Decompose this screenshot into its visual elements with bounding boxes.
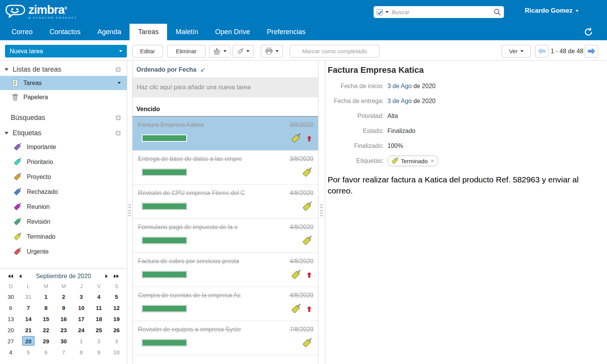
user-menu[interactable]: Ricardo Gomez	[525, 7, 579, 15]
calendar-day[interactable]: 14	[20, 313, 37, 325]
calendar-day[interactable]: 7	[55, 347, 72, 358]
tags-section-header[interactable]: Etiquetas	[0, 126, 127, 139]
calendar-day[interactable]: 10	[72, 302, 90, 313]
tab-tareas[interactable]: Tareas	[130, 24, 167, 40]
calendar-day-selected[interactable]: 28	[20, 336, 37, 347]
chevron-down-icon[interactable]	[118, 82, 121, 84]
task-row[interactable]: Formulario pago de impuesto de la e4/8/2…	[133, 219, 318, 253]
print-button[interactable]	[261, 45, 283, 57]
calendar-day[interactable]: 10	[108, 347, 125, 358]
calendar-day[interactable]: 15	[37, 313, 55, 325]
calendar-day[interactable]: 21	[20, 325, 37, 336]
calendar-day[interactable]: 25	[90, 325, 108, 336]
calendar-day[interactable]: 16	[55, 313, 72, 325]
calendar-day[interactable]: 9	[90, 347, 108, 358]
gear-icon[interactable]	[115, 130, 121, 136]
calendar-day[interactable]: 6	[2, 302, 20, 313]
mark-completed-button[interactable]: Marcar como completado	[290, 45, 379, 57]
move-button[interactable]	[209, 45, 230, 57]
task-row[interactable]: Revisión de CPU empresa Flores del C4/8/…	[133, 185, 318, 219]
view-button[interactable]: Ver	[502, 45, 531, 57]
sort-header[interactable]: Ordenado por Fecha	[133, 61, 318, 77]
tab-preferencias[interactable]: Preferencias	[258, 24, 314, 40]
task-row-selected[interactable]: Factura Empresa Katica3/8/2020	[133, 116, 318, 151]
search-input[interactable]	[392, 9, 494, 15]
calendar-day[interactable]: 1	[37, 291, 55, 302]
calendar-day[interactable]: 24	[72, 325, 90, 336]
add-task-inline-field[interactable]: Haz clic aquí para añadir una nueva tare…	[133, 77, 318, 97]
calendar-day[interactable]: 6	[37, 347, 55, 358]
new-task-button[interactable]: Nueva tarea	[5, 45, 127, 57]
search-bar[interactable]	[374, 6, 504, 18]
calendar-day[interactable]: 30	[55, 336, 72, 347]
calendar-day[interactable]: 5	[108, 291, 125, 302]
calendar-day[interactable]: 27	[2, 336, 20, 347]
sidebar-item-tag-proyecto[interactable]: Proyecto	[0, 169, 127, 184]
edit-button[interactable]: Editar	[132, 45, 163, 57]
tag-button[interactable]	[233, 45, 254, 57]
calendar-day[interactable]: 18	[90, 313, 108, 325]
calendar-day[interactable]: 22	[37, 325, 55, 336]
sidebar-item-tag-urgente[interactable]: Urgente	[0, 244, 127, 259]
calendar-next-month-icon[interactable]	[104, 273, 109, 280]
calendar-day[interactable]: 3	[72, 291, 90, 302]
calendar-day[interactable]: 26	[108, 325, 125, 336]
task-row[interactable]: Entrega de base de datos a las empre3/8/…	[133, 151, 318, 185]
calendar-day[interactable]: 4	[2, 347, 20, 358]
calendar-prev-month-icon[interactable]	[18, 273, 23, 280]
calendar-prev-year-icon[interactable]	[7, 273, 14, 280]
refresh-icon[interactable]	[583, 27, 594, 38]
sidebar-item-tag-rechazado[interactable]: Rechazado	[0, 184, 127, 199]
tab-maleti-n[interactable]: Maletín	[167, 24, 207, 40]
task-row[interactable]: Revisión de equipos a empresa Syste7/8/2…	[133, 321, 318, 355]
tab-agenda[interactable]: Agenda	[89, 24, 130, 40]
calendar-day[interactable]: 23	[55, 325, 72, 336]
sidebar-item-papelera[interactable]: Papelera	[0, 90, 127, 104]
due-date-link[interactable]: 3 de Ago	[387, 98, 412, 104]
panel-resize-handle[interactable]	[128, 205, 131, 218]
searches-section-header[interactable]: Búsquedas	[0, 111, 127, 124]
calendar-day[interactable]: 3	[108, 336, 125, 347]
tag-pill-terminado[interactable]: Terminado ×	[387, 156, 438, 166]
delete-button[interactable]: Eliminar	[167, 45, 205, 57]
next-page-button[interactable]	[585, 45, 598, 57]
search-icon[interactable]	[494, 8, 501, 16]
sidebar-item-tag-revisio-n[interactable]: Revisión	[0, 214, 127, 229]
search-scope-checkbox-icon[interactable]	[377, 9, 383, 15]
calendar-day[interactable]: 30	[2, 291, 20, 302]
calendar-day[interactable]: 4	[90, 291, 108, 302]
calendar-day[interactable]: 8	[72, 347, 90, 358]
sidebar-item-tareas[interactable]: Tareas	[0, 76, 127, 90]
tab-open-drive[interactable]: Open Drive	[207, 24, 258, 40]
collapse-triangle-icon[interactable]	[5, 132, 8, 134]
calendar-day[interactable]: 5	[20, 347, 37, 358]
sidebar-item-tag-terminado[interactable]: Terminado	[0, 229, 127, 244]
gear-icon[interactable]	[115, 66, 121, 73]
tab-contactos[interactable]: Contactos	[41, 24, 89, 40]
calendar-day[interactable]: 31	[20, 291, 37, 302]
calendar-day[interactable]: 7	[20, 302, 37, 313]
collapse-triangle-icon[interactable]	[5, 68, 8, 71]
calendar-day[interactable]: 20	[2, 325, 20, 336]
calendar-day[interactable]: 29	[37, 336, 55, 347]
search-scope-dropdown-icon[interactable]	[386, 11, 389, 13]
task-row[interactable]: Compra de cuentas de la empresa As4/8/20…	[133, 287, 318, 321]
calendar-title[interactable]: Septiembre de 2020	[23, 273, 104, 280]
calendar-day[interactable]: 17	[72, 313, 90, 325]
calendar-day[interactable]: 2	[55, 291, 72, 302]
calendar-day[interactable]: 2	[90, 336, 108, 347]
gear-icon[interactable]	[115, 115, 121, 121]
sidebar-item-tag-prioritario[interactable]: Prioritario	[0, 154, 127, 169]
prev-page-button[interactable]	[535, 45, 548, 57]
task-lists-section-header[interactable]: Listas de tareas	[0, 63, 127, 76]
remove-tag-icon[interactable]: ×	[431, 158, 434, 164]
calendar-day[interactable]: 12	[108, 302, 125, 313]
panel-resize-handle[interactable]	[320, 205, 323, 218]
calendar-day[interactable]: 9	[55, 302, 72, 313]
calendar-next-year-icon[interactable]	[113, 273, 120, 280]
calendar-day[interactable]: 1	[72, 336, 90, 347]
tab-correo[interactable]: Correo	[3, 24, 41, 40]
sidebar-item-tag-reunion[interactable]: Reunion	[0, 199, 127, 214]
calendar-day[interactable]: 8	[37, 302, 55, 313]
calendar-day[interactable]: 13	[2, 313, 20, 325]
